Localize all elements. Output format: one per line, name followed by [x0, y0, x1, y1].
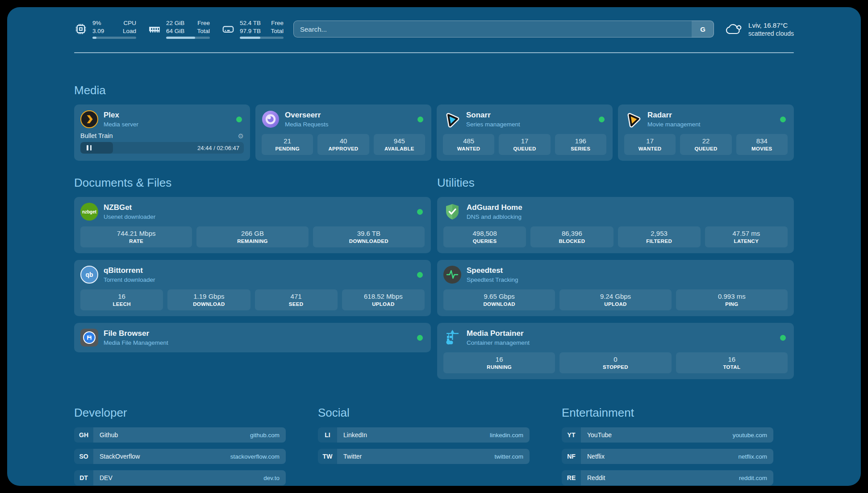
stat-tile: 266 GB REMAINING [196, 226, 308, 247]
service-desc: Torrent downloader [104, 276, 155, 283]
service-desc: Media server [104, 121, 138, 128]
bookmark-name: YouTube [587, 431, 612, 439]
bookmark-github[interactable]: GH Github github.com [74, 427, 286, 443]
service-desc: Container management [467, 339, 530, 346]
status-online-dot [417, 272, 423, 278]
cpu-usage-label: CPU [123, 19, 136, 27]
search-bar: G [293, 21, 714, 38]
card-sonarr[interactable]: Sonarr Series management 485 WANTED 17 Q… [437, 104, 613, 161]
stat-tile: 22 QUEUED [680, 134, 731, 155]
service-name: Plex [104, 111, 138, 120]
memory-free-value: 22 GiB [166, 19, 184, 27]
speedtest-icon [443, 266, 461, 284]
stat-tile: 834 MOVIES [736, 134, 788, 155]
disk-total-label: Total [271, 27, 284, 35]
cpu-load-label: Load [123, 27, 136, 35]
adguard-icon [443, 203, 461, 221]
search-input[interactable] [293, 21, 714, 38]
stat-tile: 945 AVAILABLE [374, 134, 425, 155]
bookmark-reddit[interactable]: RE Reddit reddit.com [562, 470, 773, 485]
stat-tile: 16 TOTAL [676, 352, 788, 373]
stats-row: 485 WANTED 17 QUEUED 196 SERIES [443, 134, 606, 155]
bookmark-dev[interactable]: DT DEV dev.to [74, 470, 286, 485]
bookmark-name: Netflix [587, 453, 605, 460]
playback-progressbar[interactable]: 24:44 / 02:06:47 [80, 142, 244, 154]
bookmark-url: dev.to [263, 475, 280, 481]
memory-icon [148, 22, 161, 36]
section-title-social: Social [318, 406, 530, 420]
radarr-icon [624, 110, 642, 128]
resource-widgets: 9% 3.09 CPU Load [74, 19, 284, 39]
disk-progress-fill [240, 37, 260, 39]
bookmark-stackoverflow[interactable]: SO StackOverflow stackoverflow.com [74, 449, 286, 464]
weather-condition: scattered clouds [748, 30, 794, 37]
pause-button[interactable] [87, 142, 92, 154]
stats-row: 744.21 Mbps RATE 266 GB REMAINING 39.6 T… [80, 226, 425, 247]
stat-tile: 9.24 Gbps UPLOAD [559, 289, 671, 310]
disk-total-value: 97.9 TB [240, 27, 261, 35]
service-name: AdGuard Home [467, 203, 522, 212]
card-portainer[interactable]: Media Portainer Container management 16 … [437, 323, 794, 379]
dashboard-panel: 9% 3.09 CPU Load [7, 7, 861, 486]
stat-tile: 2,953 FILTERED [618, 226, 701, 247]
stats-row: 16 LEECH 1.19 Gbps DOWNLOAD 471 SEED [80, 289, 425, 310]
stats-row: 16 RUNNING 0 STOPPED 16 TOTAL [443, 352, 788, 373]
service-name: File Browser [104, 329, 168, 338]
disk-widget: 52.4 TB 97.9 TB Free Total [221, 19, 284, 39]
playback-progress-fill [80, 142, 113, 154]
bookmark-linkedin[interactable]: LI LinkedIn linkedin.com [318, 427, 530, 443]
stat-tile: 21 PENDING [262, 134, 313, 155]
card-filebrowser[interactable]: File Browser Media File Management [74, 323, 431, 352]
bookmark-abbr: SO [74, 449, 93, 464]
cloud-icon [726, 22, 743, 36]
card-overseerr[interactable]: Overseerr Media Requests 21 PENDING 40 A… [255, 104, 431, 161]
service-name: qBittorrent [104, 266, 155, 275]
bookmark-url: github.com [250, 432, 280, 439]
status-online-dot [417, 117, 423, 122]
bookmark-group-entertainment: Entertainment YT YouTube youtube.com NF [562, 406, 773, 485]
documents-column: Documents & Files nzbget NZBGet Usenet d… [74, 176, 431, 379]
stat-tile: 17 QUEUED [499, 134, 550, 155]
playback-time: 24:44 / 02:06:47 [197, 142, 239, 154]
bookmark-netflix[interactable]: NF Netflix netflix.com [562, 449, 773, 464]
stat-tile: 0.993 ms PING [676, 289, 788, 310]
search-provider-button[interactable]: G [692, 21, 714, 38]
card-nzbget[interactable]: nzbget NZBGet Usenet downloader 744.21 M… [74, 197, 431, 253]
stat-tile: 196 SERIES [555, 134, 606, 155]
service-name: Speedtest [467, 266, 518, 275]
stat-tile: 471 SEED [255, 289, 338, 310]
bookmark-abbr: NF [562, 449, 581, 464]
cpu-usage-value: 9% [92, 19, 104, 27]
plex-icon [80, 110, 98, 128]
card-speedtest[interactable]: Speedtest Speedtest Tracking 9.65 Gbps D… [437, 260, 794, 316]
gear-icon[interactable]: ⚙ [238, 133, 244, 139]
stat-tile: 1.19 Gbps DOWNLOAD [167, 289, 250, 310]
stat-tile: 744.21 Mbps RATE [80, 226, 192, 247]
bookmark-abbr: LI [318, 427, 337, 443]
bookmark-name: Github [100, 431, 118, 439]
service-desc: Movie management [647, 121, 701, 128]
bookmark-group-developer: Developer GH Github github.com SO [74, 406, 286, 485]
bookmark-name: StackOverflow [100, 453, 140, 460]
bookmark-url: linkedin.com [490, 432, 523, 439]
stat-tile: 618.52 Mbps UPLOAD [342, 289, 425, 310]
bookmark-abbr: GH [74, 427, 93, 443]
service-name: NZBGet [104, 203, 155, 212]
memory-progressbar [166, 37, 210, 39]
stat-tile: 16 LEECH [80, 289, 163, 310]
stat-tile: 485 WANTED [443, 134, 494, 155]
card-qbittorrent[interactable]: qb qBittorrent Torrent downloader 16 LEE… [74, 260, 431, 316]
memory-total-value: 64 GiB [166, 27, 184, 35]
service-desc: Series management [466, 121, 520, 128]
card-adguard[interactable]: AdGuard Home DNS and adblocking 498,508 … [437, 197, 794, 253]
card-radarr[interactable]: Radarr Movie management 17 WANTED 22 QUE… [618, 104, 794, 161]
stats-row: 9.65 Gbps DOWNLOAD 9.24 Gbps UPLOAD 0.99… [443, 289, 788, 310]
memory-free-label: Free [197, 19, 210, 27]
nzbget-icon: nzbget [80, 203, 98, 221]
card-plex[interactable]: Plex Media server Bullet Train ⚙ 24:44 /… [74, 104, 250, 161]
bookmark-twitter[interactable]: TW Twitter twitter.com [318, 449, 530, 464]
memory-progress-fill [166, 37, 195, 39]
bookmark-name: Reddit [587, 474, 605, 481]
bookmark-youtube[interactable]: YT YouTube youtube.com [562, 427, 773, 443]
section-title-documents: Documents & Files [74, 176, 431, 190]
